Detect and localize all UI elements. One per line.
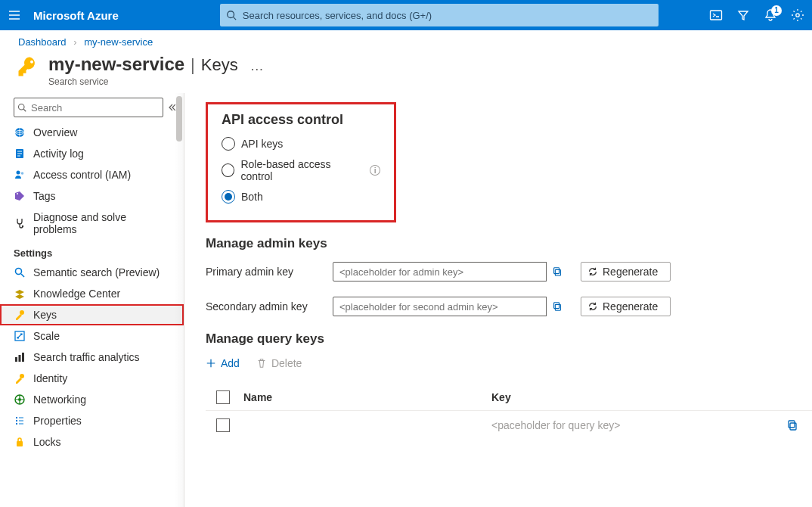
sidebar-search-input[interactable] [14, 98, 163, 117]
notifications-icon[interactable]: 1 [764, 8, 777, 22]
regenerate-primary-button[interactable]: Regenerate [581, 262, 671, 281]
sidebar-item-properties[interactable]: Properties [0, 410, 184, 431]
radio-api-keys[interactable] [222, 137, 235, 151]
sidebar-item-scale[interactable]: Scale [0, 325, 184, 347]
svg-rect-19 [19, 355, 21, 362]
sidebar-section-settings: Settings [0, 240, 184, 262]
scrollbar[interactable] [175, 93, 184, 507]
refresh-icon [587, 301, 598, 312]
page-name: Keys [201, 55, 238, 75]
global-search-input[interactable] [220, 4, 659, 26]
svg-line-15 [21, 274, 24, 277]
select-all-checkbox[interactable] [216, 390, 230, 404]
sidebar-item-identity[interactable]: Identity [0, 368, 184, 389]
svg-point-23 [18, 398, 21, 401]
delete-query-key-button: Delete [256, 357, 302, 369]
svg-line-1 [233, 17, 236, 20]
svg-point-5 [19, 104, 25, 110]
radio-rbac[interactable] [222, 163, 234, 177]
regenerate-secondary-button[interactable]: Regenerate [581, 297, 671, 316]
sidebar-item-overview[interactable]: Overview [0, 122, 184, 143]
radio-both[interactable] [222, 190, 235, 204]
sidebar-item-locks[interactable]: Locks [0, 431, 184, 453]
breadcrumb-root[interactable]: Dashboard [18, 36, 67, 48]
column-header-key[interactable]: Key [491, 391, 812, 403]
secondary-key-input[interactable] [333, 297, 567, 316]
svg-point-12 [17, 193, 18, 194]
section-title-admin-keys: Manage admin keys [206, 236, 812, 251]
sidebar-item-networking[interactable]: Networking [0, 389, 184, 410]
sidebar-item-activity-log[interactable]: Activity log [0, 143, 184, 164]
svg-rect-27 [555, 304, 560, 310]
sidebar-item-semantic-search[interactable]: Semantic search (Preview) [0, 262, 184, 283]
svg-line-6 [23, 109, 26, 111]
key-icon [14, 309, 26, 321]
svg-rect-26 [553, 268, 559, 274]
column-header-name[interactable]: Name [243, 391, 478, 403]
sidebar-item-label: Knowledge Center [33, 288, 120, 300]
chevron-right-icon: › [73, 36, 76, 48]
query-keys-toolbar: Add Delete [206, 357, 812, 369]
brand-label[interactable]: Microsoft Azure [33, 9, 119, 22]
svg-point-11 [21, 172, 24, 175]
row-checkbox[interactable] [216, 418, 230, 432]
sidebar-item-label: Activity log [33, 148, 84, 160]
search-icon [14, 266, 26, 278]
primary-key-input[interactable] [333, 262, 567, 281]
page-title-row: my-new-service | Keys … Search service [0, 51, 812, 93]
info-icon[interactable]: i [370, 165, 380, 176]
top-nav-bar: Microsoft Azure 1 [0, 0, 812, 30]
refresh-icon [587, 266, 598, 277]
breadcrumb-current[interactable]: my-new-service [84, 36, 153, 48]
more-actions-icon[interactable]: … [250, 58, 264, 74]
sidebar-item-knowledge-center[interactable]: Knowledge Center [0, 283, 184, 304]
iam-icon [14, 169, 26, 181]
lock-icon [14, 436, 26, 448]
analytics-icon [14, 351, 26, 363]
menu-icon[interactable] [8, 8, 21, 22]
identity-icon [14, 372, 26, 384]
settings-gear-icon[interactable] [791, 8, 804, 22]
secondary-key-label: Secondary admin key [206, 300, 319, 313]
svg-rect-30 [789, 421, 795, 428]
svg-rect-20 [22, 353, 24, 362]
plus-icon [206, 358, 216, 369]
radio-label: Both [241, 191, 263, 203]
log-icon [14, 148, 26, 160]
sidebar: Overview Activity log Access control (IA… [0, 93, 184, 507]
radio-label: API keys [241, 138, 283, 150]
search-icon [226, 10, 237, 20]
sidebar-item-keys[interactable]: Keys [0, 304, 184, 325]
svg-rect-25 [555, 269, 560, 275]
add-query-key-button[interactable]: Add [206, 357, 240, 369]
row-key-cell: <paceholder for query key> [491, 419, 773, 431]
svg-point-14 [16, 269, 22, 275]
trash-icon [256, 358, 267, 369]
sidebar-item-search-traffic-analytics[interactable]: Search traffic analytics [0, 347, 184, 368]
sidebar-item-label: Access control (IAM) [33, 169, 131, 181]
sidebar-item-label: Properties [33, 415, 82, 427]
svg-rect-18 [15, 357, 17, 362]
secondary-admin-key-row: Secondary admin key Regenerate [206, 297, 812, 316]
networking-icon [14, 393, 26, 406]
query-key-row: <paceholder for query key> [206, 411, 812, 440]
sidebar-item-access-control[interactable]: Access control (IAM) [0, 164, 184, 185]
sidebar-item-label: Networking [33, 393, 86, 406]
sidebar-item-label: Diagnose and solve problems [33, 211, 170, 235]
sidebar-item-diagnose[interactable]: Diagnose and solve problems [0, 207, 184, 240]
copy-secondary-key-button[interactable] [546, 297, 567, 316]
copy-query-key-button[interactable] [786, 419, 798, 431]
primary-admin-key-row: Primary admin key Regenerate [206, 262, 812, 281]
copy-primary-key-button[interactable] [546, 262, 567, 281]
breadcrumb: Dashboard › my-new-service [0, 30, 812, 51]
section-title-query-keys: Manage query keys [206, 331, 812, 347]
cloud-shell-icon[interactable] [709, 8, 723, 22]
notification-badge: 1 [771, 5, 782, 16]
search-icon [17, 103, 26, 112]
resource-type: Search service [48, 76, 264, 87]
globe-icon [14, 126, 26, 138]
svg-rect-28 [553, 303, 559, 309]
filter-icon[interactable] [736, 8, 750, 22]
sidebar-item-tags[interactable]: Tags [0, 185, 184, 207]
sidebar-item-label: Overview [33, 126, 77, 138]
